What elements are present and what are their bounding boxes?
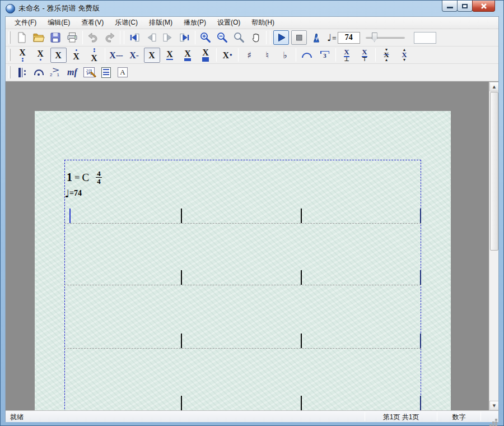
note-octave-middle-button[interactable]: X (50, 48, 67, 63)
vertical-scrollbar[interactable]: ▲ ▼ (489, 82, 498, 410)
undo-button[interactable] (85, 30, 101, 45)
repeat-sign-icon (18, 68, 26, 77)
client-area: 文件(F) 编辑(E) 查看(V) 乐谱(C) 排版(M) 播放(P) 设置(O… (5, 16, 499, 422)
toolbar-grip[interactable] (8, 31, 11, 44)
slider-thumb[interactable] (372, 33, 377, 42)
last-page-button[interactable] (176, 30, 193, 45)
new-document-icon (16, 31, 28, 44)
status-input-mode: 数字 (437, 413, 480, 422)
scroll-up-button[interactable]: ▲ (489, 82, 498, 91)
note-octave-up-1-button[interactable]: X (68, 48, 85, 63)
fermata-button[interactable] (30, 64, 47, 80)
lyrics-button[interactable]: 词 (81, 64, 97, 80)
natural-button[interactable]: ♮ (259, 48, 276, 63)
minimize-button[interactable] (442, 1, 458, 12)
zoom-out-button[interactable] (214, 30, 231, 45)
repeat-barline-button[interactable] (13, 64, 30, 80)
glissando-down-button[interactable]: ▾ X ▴ (379, 48, 395, 63)
triplet-button[interactable]: 3 (317, 48, 333, 63)
first-page-button[interactable] (126, 30, 143, 45)
menu-file[interactable]: 文件(F) (9, 16, 42, 29)
print-button[interactable] (64, 30, 81, 45)
arrow-down-icon: ▼ (493, 404, 496, 408)
note-octave-up-2-button[interactable]: X (86, 48, 102, 63)
open-file-button[interactable] (30, 30, 47, 45)
new-file-button[interactable] (13, 30, 30, 45)
grace-mark: ⊤ (362, 57, 367, 62)
accent-dynamics-button[interactable]: > 2 1 (47, 64, 64, 80)
note-octave-down-2-button[interactable]: X (15, 48, 31, 63)
previous-page-button[interactable] (143, 30, 160, 45)
barline (181, 270, 182, 285)
hand-tool-button[interactable] (248, 30, 264, 45)
menu-settings[interactable]: 设置(O) (212, 16, 246, 29)
barline-end (420, 396, 421, 410)
natural-icon: ♮ (265, 50, 269, 61)
grace-note-after-button[interactable]: X ⊤ (357, 48, 373, 63)
thirtysecond-note-button[interactable]: X (198, 48, 214, 63)
menu-view[interactable]: 查看(V) (76, 16, 109, 29)
key-signature[interactable]: 1 = C 4 4 (67, 170, 102, 185)
undo-icon (87, 31, 99, 44)
accent-icon: > 2 1 (50, 68, 61, 77)
score-canvas[interactable]: 1 = C 4 4 ♩ =74 (6, 81, 498, 410)
repeat-thin-bar (22, 68, 23, 77)
resize-grip[interactable] (495, 419, 497, 421)
menu-layout[interactable]: 排版(M) (143, 16, 178, 29)
octave-dots (22, 57, 24, 62)
augmentation-dot: • (230, 50, 232, 59)
tempo-input[interactable] (338, 32, 360, 44)
dynamics-mf-button[interactable]: mf (64, 64, 81, 80)
metronome-button[interactable] (308, 30, 325, 45)
glissando-up-button[interactable]: ▴ X ▾ (396, 48, 413, 63)
sharp-button[interactable]: ♯ (241, 48, 258, 63)
tempo-marking[interactable]: ♩ =74 (64, 187, 82, 200)
flat-button[interactable]: ♭ (277, 48, 293, 63)
barline (181, 209, 182, 223)
toolbar-grip[interactable] (8, 49, 11, 61)
slur-icon (302, 53, 312, 58)
barline (301, 209, 302, 223)
whole-note-button[interactable]: X --- (108, 48, 124, 63)
menu-help[interactable]: 帮助(H) (246, 16, 280, 29)
quarter-note-button[interactable]: X (144, 48, 160, 63)
titlebar[interactable]: 未命名 - 雅乐简谱 免费版 (1, 1, 503, 16)
zoom-in-button[interactable] (197, 30, 214, 45)
grace-note-before-button[interactable]: X ⊥ (339, 48, 355, 63)
scroll-down-button[interactable]: ▼ (489, 401, 498, 410)
eighth-note-button[interactable]: X (162, 48, 178, 63)
hand-icon (250, 31, 262, 44)
note-octave-down-1-button[interactable]: X (32, 48, 49, 63)
scrollbar-thumb[interactable] (490, 92, 498, 251)
stop-button[interactable] (291, 30, 307, 45)
toolbar-grip[interactable] (8, 66, 11, 78)
score-page[interactable]: 1 = C 4 4 ♩ =74 (35, 111, 451, 410)
slur-button[interactable] (299, 48, 315, 63)
half-note-button[interactable]: X - (126, 48, 142, 63)
maximize-button[interactable] (457, 1, 473, 12)
note-x-glyph: X (19, 48, 26, 57)
app-window: 未命名 - 雅乐简谱 免费版 文件(F) 编辑(E) 查看(V) 乐谱(C) 排… (0, 0, 504, 426)
text-block-button[interactable] (97, 64, 114, 80)
repeat-dot (24, 73, 26, 75)
play-button[interactable] (273, 30, 289, 45)
tempo-display-box[interactable] (414, 32, 436, 44)
sharp-icon: ♯ (247, 50, 251, 61)
tempo-slider[interactable] (366, 31, 405, 44)
sixteenth-note-button[interactable]: X (180, 48, 196, 63)
dotted-note-button[interactable]: X • (220, 48, 236, 63)
redo-button[interactable] (101, 30, 118, 45)
note-x-glyph: X (109, 51, 116, 59)
close-button[interactable] (472, 1, 495, 12)
save-button[interactable] (47, 30, 64, 45)
menu-score[interactable]: 乐谱(C) (109, 16, 143, 29)
note-x-glyph: X (55, 51, 62, 59)
note-x-glyph: X (222, 51, 229, 59)
note-x-glyph: X (73, 52, 80, 61)
next-page-button[interactable] (160, 30, 176, 45)
zoom-tool-button[interactable] (231, 30, 248, 45)
font-button[interactable]: A (114, 64, 131, 80)
menu-play[interactable]: 播放(P) (178, 16, 212, 29)
menu-edit[interactable]: 编辑(E) (42, 16, 76, 29)
system-baseline (64, 348, 421, 349)
